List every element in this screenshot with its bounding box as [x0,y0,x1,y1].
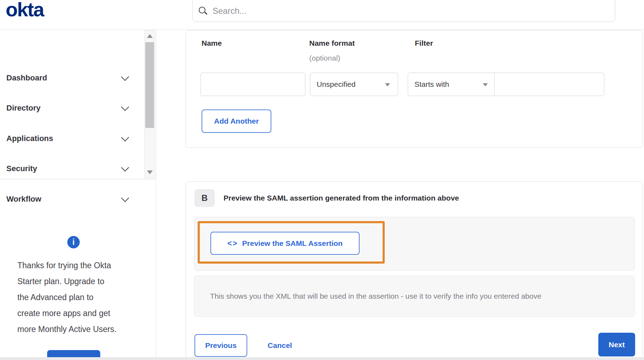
sidebar-item-applications[interactable]: Applications [0,124,144,153]
sidebar-item-label: Security [6,164,37,173]
name-format-optional-label: (optional) [309,54,340,62]
preview-saml-assertion-button[interactable]: <> Preview the SAML Assertion [210,232,360,255]
top-header: okta [0,0,644,30]
sidebar-item-label: Dashboard [6,73,47,83]
sidebar-item-dashboard[interactable]: Dashboard [0,63,144,92]
name-format-column-label: Name format [309,39,355,47]
filter-type-selected-value: Starts with [414,80,449,89]
upgrade-message-line: create more apps and get [17,305,136,321]
name-format-select[interactable]: Unspecified [310,73,398,96]
chevron-down-icon [121,164,129,172]
previous-button[interactable]: Previous [194,334,247,357]
bottom-scroll-strip[interactable] [0,357,644,360]
upgrade-message: Thanks for trying the Okta Starter plan.… [17,258,136,337]
name-format-selected-value: Unspecified [317,80,356,89]
upgrade-message-line: more Monthly Active Users. [17,321,136,337]
name-column-label: Name [202,39,222,47]
search-input[interactable] [212,6,615,16]
next-button[interactable]: Next [598,333,635,356]
info-icon: i [67,236,80,248]
sidebar-item-workflow[interactable]: Workflow [0,185,144,214]
chevron-down-icon [121,194,129,202]
chevron-down-icon [121,103,129,111]
filter-value-input[interactable] [495,73,604,96]
search-icon [198,6,208,16]
upgrade-message-line: Starter plan. Upgrade to [17,274,136,289]
sidebar-item-label: Directory [6,103,41,113]
cancel-button[interactable]: Cancel [257,334,303,357]
sidebar-item-directory[interactable]: Directory [0,94,144,123]
sidebar-menu: Dashboard Directory Applications Securit… [0,29,156,179]
sidebar-item-label: Applications [6,134,53,143]
scrollbar-up-arrow-icon[interactable] [147,34,153,38]
preview-section-title: Preview the SAML assertion generated fro… [224,194,459,202]
preview-description-text: This shows you the XML that will be used… [210,292,541,300]
filter-column-label: Filter [415,39,433,47]
add-another-button[interactable]: Add Another [202,109,271,133]
preview-description-panel: This shows you the XML that will be used… [194,276,635,317]
filter-field-group: Starts with [408,73,604,96]
preview-saml-assertion-label: Preview the SAML Assertion [242,239,343,248]
step-b-badge-label: B [202,193,208,203]
global-search[interactable] [192,0,615,22]
step-b-badge: B [194,189,215,207]
preview-saml-card: B Preview the SAML assertion generated f… [186,181,643,360]
upgrade-message-line: the Advanced plan to [17,289,136,305]
attribute-name-input[interactable] [200,73,305,96]
sidebar-item-label: Workflow [6,195,41,204]
dropdown-arrow-icon [385,83,390,86]
sidebar: Dashboard Directory Applications Securit… [0,29,156,357]
okta-logo: okta [6,0,44,21]
filter-type-select[interactable]: Starts with [408,73,495,96]
attribute-statements-card: Name Name format (optional) Filter Unspe… [186,30,643,148]
chevron-down-icon [121,73,129,81]
scrollbar-down-arrow-icon[interactable] [147,170,153,174]
dropdown-arrow-icon [483,83,488,86]
sidebar-scrollbar[interactable] [144,30,155,178]
code-brackets-icon: <> [227,239,238,248]
upgrade-message-line: Thanks for trying the Okta [17,258,136,274]
sidebar-item-security[interactable]: Security [0,154,144,183]
info-icon-glyph: i [72,237,74,247]
chevron-down-icon [121,134,129,142]
scrollbar-thumb[interactable] [145,42,154,128]
